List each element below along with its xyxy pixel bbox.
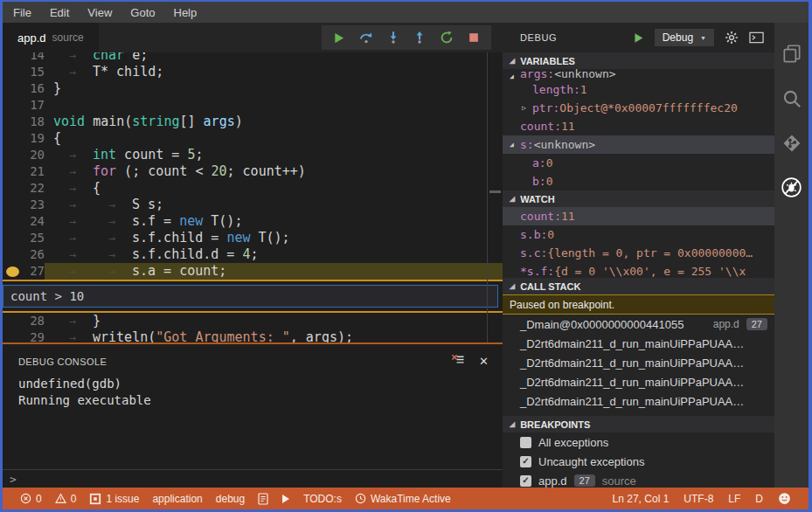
variable-value: {length = 0, ptr = 0x00000000… <box>547 246 753 259</box>
search-icon <box>781 87 803 110</box>
breakpoint-margin[interactable] <box>3 313 25 329</box>
stack-frame[interactable]: _Dmain@0x0000000000441055app.d27 <box>503 315 774 334</box>
breakpoint-margin[interactable] <box>3 97 25 114</box>
step-into-button[interactable] <box>384 28 403 47</box>
breakpoint-label: app.d <box>538 474 567 488</box>
status-eol[interactable]: LF <box>728 493 740 505</box>
line-number: 26 <box>25 246 45 263</box>
menu-item-goto[interactable]: Goto <box>130 6 155 19</box>
status-errors[interactable]: 0 <box>20 493 42 505</box>
watch-row[interactable]: s.c: {length = 0, ptr = 0x00000000… <box>503 244 774 262</box>
breakpoint-icon[interactable] <box>6 266 19 277</box>
token: { <box>93 180 101 197</box>
activity-debug[interactable] <box>774 165 809 210</box>
breakpoint-item[interactable]: ✓Uncaught exceptions <box>503 452 774 471</box>
tab-app-d[interactable]: app.d source <box>3 23 99 52</box>
code-line: 14→char e; <box>3 52 503 64</box>
variable-row[interactable]: ◢args: <unknown> <box>503 69 774 80</box>
code-text: →T* child; <box>45 64 503 80</box>
menu-item-edit[interactable]: Edit <box>50 6 69 19</box>
code-line: 23→→S s; <box>3 197 503 213</box>
variable-row[interactable]: a: 0 <box>503 154 774 172</box>
activity-explorer[interactable] <box>774 31 809 76</box>
breakpoint-margin[interactable] <box>3 230 25 246</box>
breakpoint-margin[interactable] <box>3 180 25 197</box>
status-encoding[interactable]: UTF-8 <box>684 493 713 505</box>
variable-row[interactable]: ◢s: <unknown> <box>503 135 774 154</box>
start-debug-button[interactable] <box>633 32 644 44</box>
status-warnings[interactable]: 0 <box>55 493 77 505</box>
continue-button[interactable] <box>330 28 349 47</box>
breakpoint-margin[interactable] <box>3 329 25 342</box>
code-editor[interactable]: 14→char e;15→T* child;16}1718void main(s… <box>3 52 503 342</box>
expand-icon[interactable]: ▷ <box>522 104 532 112</box>
status-language-mode[interactable]: D <box>755 493 763 505</box>
watch-row[interactable]: *s.f: {d = 0 '\\x00', e = 255 '\\x <box>503 262 774 278</box>
scrollbar-thumb[interactable] <box>489 190 501 193</box>
status-wakatime[interactable]: WakaTime Active <box>355 493 451 505</box>
breakpoint-item[interactable]: ✓app.d27source <box>503 471 774 488</box>
status-issues[interactable]: 1 issue <box>89 493 139 505</box>
breakpoint-margin[interactable] <box>3 147 25 163</box>
status-task-debug[interactable]: debug <box>216 493 245 505</box>
breakpoint-margin[interactable] <box>3 80 25 97</box>
activity-search[interactable] <box>774 76 809 121</box>
step-over-button[interactable] <box>357 28 376 47</box>
section-header-watch[interactable]: ◢ WATCH <box>503 190 774 207</box>
restart-icon <box>440 31 454 45</box>
breakpoint-item[interactable]: All exceptions <box>503 432 774 452</box>
stack-frame[interactable]: _D2rt6dmain211_d_run_mainUiPPaPUAA… <box>503 391 774 411</box>
collapse-icon[interactable]: ◢ <box>510 73 520 80</box>
editor-scrollbar[interactable] <box>487 52 503 342</box>
variable-row[interactable]: count: 11 <box>503 117 774 135</box>
status-todos[interactable]: TODO:s <box>303 493 342 505</box>
breakpoint-checkbox[interactable]: ✓ <box>520 456 531 467</box>
line-number: 17 <box>25 97 45 114</box>
menu-item-view[interactable]: View <box>87 6 112 19</box>
line-number: 29 <box>25 329 45 342</box>
console-input[interactable]: > <box>3 469 503 488</box>
breakpoint-margin[interactable] <box>3 52 25 64</box>
stack-frame[interactable]: _D2rt6dmain211_d_run_mainUiPPaPUAA… <box>503 372 774 391</box>
frame-location: app.d27 <box>713 318 767 330</box>
status-cursor-position[interactable]: Ln 27, Col 1 <box>613 493 670 505</box>
section-header-variables[interactable]: ◢ VARIABLES <box>503 52 774 69</box>
stack-frame[interactable]: _D2rt6dmain211_d_run_mainUiPPaPUAA… <box>503 334 774 353</box>
breakpoint-margin[interactable] <box>3 246 25 263</box>
variable-row[interactable]: length: 1 <box>503 80 774 99</box>
watch-row[interactable]: count: 11 <box>503 207 774 225</box>
condition-input[interactable]: count > 10 <box>3 285 498 308</box>
section-header-call-stack[interactable]: ◢ CALL STACK <box>503 278 774 294</box>
breakpoint-margin[interactable] <box>3 263 25 280</box>
variable-row[interactable]: ▷ptr: Object@*0x00007fffffffec20 <box>503 99 774 117</box>
status-output[interactable] <box>258 493 268 505</box>
breakpoint-margin[interactable] <box>3 213 25 230</box>
variable-row[interactable]: b: 0 <box>503 172 774 190</box>
status-run[interactable] <box>281 494 290 504</box>
restart-button[interactable] <box>437 28 456 47</box>
step-out-button[interactable] <box>410 28 429 47</box>
stack-frame[interactable]: _D2rt6dmain211_d_run_mainUiPPaPUAA… <box>503 353 774 372</box>
close-icon[interactable]: ✕ <box>479 355 489 368</box>
breakpoint-margin[interactable] <box>3 114 25 130</box>
menu-item-help[interactable]: Help <box>174 6 198 19</box>
watch-row[interactable]: s.b: 0 <box>503 225 774 244</box>
breakpoint-checkbox[interactable] <box>520 437 531 448</box>
breakpoint-margin[interactable] <box>3 197 25 213</box>
section-header-breakpoints[interactable]: ◢ BREAKPOINTS <box>503 416 774 432</box>
open-console-icon[interactable] <box>749 31 764 44</box>
stop-button[interactable] <box>464 28 483 47</box>
status-feedback[interactable] <box>778 492 791 505</box>
clear-console-icon[interactable] <box>451 353 465 370</box>
collapse-icon[interactable]: ◢ <box>510 141 520 149</box>
breakpoint-checkbox[interactable]: ✓ <box>520 475 531 487</box>
gear-icon[interactable] <box>725 31 739 45</box>
debug-config-dropdown[interactable]: Debug ▼ <box>655 29 714 46</box>
breakpoint-margin[interactable] <box>3 130 25 147</box>
status-task-application[interactable]: application <box>152 493 202 505</box>
code-line: 16} <box>3 80 503 97</box>
menu-item-file[interactable]: File <box>13 6 31 19</box>
activity-source-control[interactable] <box>774 121 809 165</box>
breakpoint-margin[interactable] <box>3 163 25 180</box>
breakpoint-margin[interactable] <box>3 64 25 80</box>
